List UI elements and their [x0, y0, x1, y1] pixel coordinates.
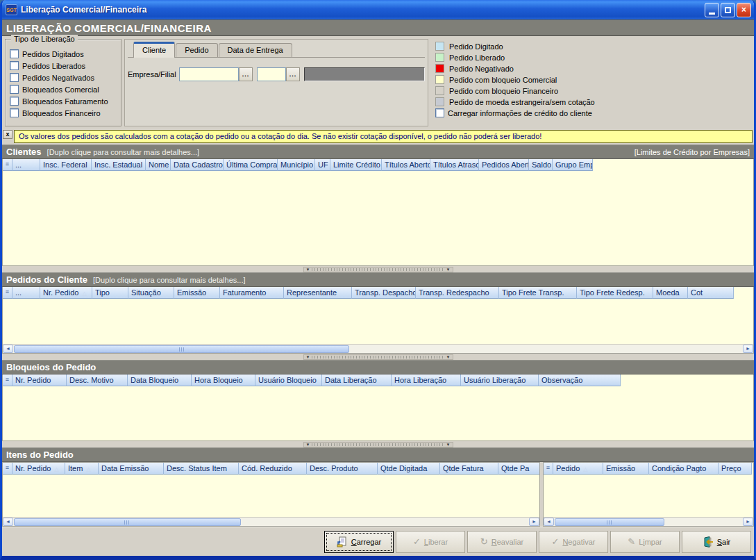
- column-header[interactable]: Situação△: [128, 287, 174, 299]
- column-header[interactable]: Transp. Despacho△: [352, 287, 416, 299]
- column-header[interactable]: Item△: [65, 463, 99, 475]
- empresa-input[interactable]: [179, 67, 239, 81]
- scroll-left-arrow[interactable]: ◄: [544, 518, 554, 526]
- column-header[interactable]: UF△: [315, 159, 330, 171]
- scrollbar-track[interactable]: [554, 518, 743, 526]
- column-header[interactable]: Usuário Liberação△: [461, 374, 539, 386]
- column-header[interactable]: Preço△: [719, 463, 752, 475]
- column-header[interactable]: Desc. Produto△: [307, 463, 378, 475]
- empresa-lookup-button[interactable]: ...: [239, 67, 253, 81]
- column-header[interactable]: Data Bloqueio△: [128, 374, 192, 386]
- column-header[interactable]: Nome△: [146, 159, 171, 171]
- column-header[interactable]: Município△: [278, 159, 315, 171]
- clientes-grid-body[interactable]: [3, 171, 753, 265]
- column-header[interactable]: Pedidos Aberto△: [479, 159, 529, 171]
- sair-button[interactable]: Sair: [682, 531, 751, 553]
- liberation-type-checkbox[interactable]: Bloqueados Comercial: [10, 85, 117, 94]
- column-header[interactable]: Data Emissão△: [99, 463, 164, 475]
- clientes-splitter[interactable]: ▼▼: [303, 267, 453, 272]
- checkbox-box[interactable]: [10, 49, 19, 58]
- scroll-left-arrow[interactable]: ◄: [3, 518, 13, 526]
- tab[interactable]: Pedido: [176, 43, 217, 57]
- pedidos-grid-body[interactable]: [3, 299, 753, 344]
- column-header[interactable]: Qtde Digitada△: [378, 463, 440, 475]
- column-header[interactable]: Emissão△: [174, 287, 220, 299]
- notice-close-button[interactable]: x: [3, 130, 12, 139]
- column-header[interactable]: ...△: [12, 287, 40, 299]
- column-header[interactable]: Grupo Emp.△: [553, 159, 593, 171]
- scrollbar-thumb[interactable]: [14, 518, 241, 526]
- scrollbar-thumb[interactable]: [555, 518, 664, 526]
- column-header[interactable]: Nr. Pedido△: [12, 374, 67, 386]
- column-header[interactable]: Cot△: [688, 287, 734, 299]
- maximize-button[interactable]: [721, 3, 735, 17]
- pedidos-splitter[interactable]: ▼▼: [303, 354, 453, 360]
- checkbox-box[interactable]: [10, 73, 19, 82]
- column-header[interactable]: Saldo△: [529, 159, 553, 171]
- carregar-button[interactable]: Carregar: [324, 531, 394, 553]
- column-header[interactable]: Hora Liberação△: [392, 374, 461, 386]
- column-header[interactable]: Tipo Frete Redesp.△: [577, 287, 653, 299]
- column-header[interactable]: Nr. Pedido△: [40, 287, 92, 299]
- column-header[interactable]: Desc. Motivo△: [67, 374, 128, 386]
- scrollbar-thumb[interactable]: [14, 345, 349, 353]
- negativar-button[interactable]: ✓ Negativar: [539, 531, 608, 553]
- pedidos-horizontal-scrollbar[interactable]: ◄ ►: [3, 344, 753, 353]
- column-header[interactable]: Qtde Pa△: [498, 463, 539, 475]
- column-header[interactable]: Limite Crédito△: [330, 159, 382, 171]
- column-header[interactable]: Hora Bloqueio△: [192, 374, 255, 386]
- column-header[interactable]: Data Cadastro△: [171, 159, 224, 171]
- bloqueios-grid-body[interactable]: [3, 386, 753, 440]
- checkbox-box[interactable]: [10, 85, 19, 94]
- reavaliar-button[interactable]: ↻ Reavaliar: [467, 531, 537, 553]
- column-header[interactable]: Condição Pagto△: [649, 463, 719, 475]
- column-header[interactable]: Moeda△: [653, 287, 688, 299]
- scroll-right-arrow[interactable]: ►: [743, 518, 753, 526]
- limites-credito-link[interactable]: [Limites de Crédito por Empresas]: [635, 148, 750, 156]
- minimize-button[interactable]: [705, 3, 719, 17]
- itens-left-grid-body[interactable]: [3, 475, 539, 517]
- filial-lookup-button[interactable]: ...: [286, 67, 300, 81]
- column-header[interactable]: Última Compra△: [224, 159, 278, 171]
- column-header[interactable]: Observação△: [539, 374, 621, 386]
- itens-right-grid-body[interactable]: [544, 475, 753, 517]
- column-header[interactable]: Representante△: [284, 287, 352, 299]
- column-header[interactable]: Insc. Federal△: [40, 159, 92, 171]
- scrollbar-track[interactable]: [13, 345, 743, 353]
- limpar-button[interactable]: ✎ Limpar: [610, 531, 680, 553]
- column-header[interactable]: Emissão△: [603, 463, 649, 475]
- liberation-type-checkbox[interactable]: Pedidos Digitados: [10, 49, 117, 58]
- filial-input[interactable]: [257, 67, 286, 81]
- checkbox-box[interactable]: [10, 97, 19, 106]
- checkbox-box[interactable]: [10, 61, 19, 70]
- liberation-type-checkbox[interactable]: Pedidos Liberados: [10, 61, 117, 70]
- scroll-right-arrow[interactable]: ►: [529, 518, 539, 526]
- tab[interactable]: Cliente: [133, 42, 175, 58]
- column-header[interactable]: Títulos Aberto△: [382, 159, 430, 171]
- column-header[interactable]: Pedido△: [553, 463, 603, 475]
- close-button[interactable]: ×: [737, 3, 751, 17]
- checkbox-box[interactable]: [435, 108, 444, 117]
- column-header[interactable]: Desc. Status Item△: [164, 463, 239, 475]
- bloqueios-splitter[interactable]: ▼▼: [303, 442, 453, 447]
- column-header[interactable]: Títulos Atraso△: [430, 159, 479, 171]
- column-header[interactable]: Faturamento△: [220, 287, 284, 299]
- column-header[interactable]: Usuário Bloqueio△: [255, 374, 322, 386]
- column-header[interactable]: Qtde Fatura△: [440, 463, 498, 475]
- liberation-type-checkbox[interactable]: Pedidos Negativados: [10, 73, 117, 82]
- scroll-right-arrow[interactable]: ►: [743, 345, 753, 353]
- column-header[interactable]: Tipo Frete Transp.△: [499, 287, 577, 299]
- column-header[interactable]: Nr. Pedido△: [12, 463, 65, 475]
- column-header[interactable]: ...△: [12, 159, 40, 171]
- tab[interactable]: Data de Entrega: [219, 43, 292, 57]
- scrollbar-track[interactable]: [13, 518, 529, 526]
- title-bar[interactable]: SGT Liberação Comercial/Financeira ×: [2, 0, 754, 19]
- itens-left-horizontal-scrollbar[interactable]: ◄ ►: [3, 517, 539, 526]
- itens-right-horizontal-scrollbar[interactable]: ◄ ►: [544, 517, 753, 526]
- scroll-left-arrow[interactable]: ◄: [3, 345, 13, 353]
- column-header[interactable]: Cód. Reduzido△: [239, 463, 307, 475]
- checkbox-box[interactable]: [10, 108, 19, 117]
- column-header[interactable]: Transp. Redespacho△: [416, 287, 499, 299]
- liberation-type-checkbox[interactable]: Bloqueados Faturamento: [10, 97, 117, 106]
- liberation-type-checkbox[interactable]: Bloqueados Financeiro: [10, 108, 117, 117]
